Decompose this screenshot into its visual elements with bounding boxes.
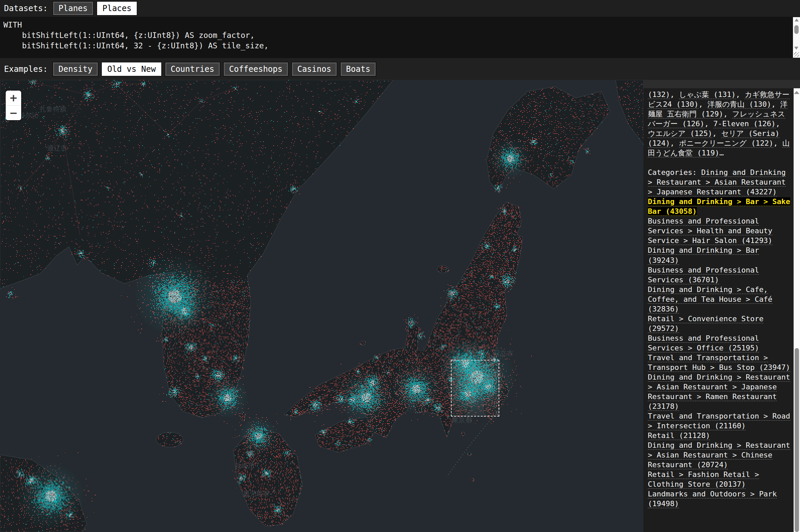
category-link[interactable]: Travel and Transportation > Road > Inter…	[648, 412, 790, 430]
category-row: Retail (21128)	[648, 431, 792, 440]
map-place-label: 長崎市	[235, 461, 255, 471]
scroll-up-icon[interactable]	[794, 91, 799, 94]
category-row: Business and Professional Services (3670…	[648, 265, 792, 285]
category-link[interactable]: Dining and Drinking > Bar (39243)	[648, 246, 759, 265]
sql-editor[interactable]: WITH bitShiftLeft(1::UInt64, {z:UInt8}) …	[0, 17, 800, 58]
category-link[interactable]: Retail (21128)	[648, 431, 710, 440]
category-link[interactable]: Dining and Drinking > Restaurant > Asian…	[648, 441, 790, 469]
category-row: Dining and Drinking > Cafe, Coffee, and …	[648, 285, 792, 314]
category-link[interactable]: Retail > Fashion Retail > Clothing Store…	[648, 470, 759, 489]
map-container[interactable]: 日立市東京都長崎市鹿児島市扎鲁特旗科尔沁通辽市 + −	[0, 80, 643, 532]
example-button-boats[interactable]: Boats	[341, 62, 376, 76]
example-button-old-vs-new[interactable]: Old vs New	[102, 62, 161, 76]
category-link[interactable]: Dining and Drinking > Restaurant > Asian…	[648, 373, 790, 411]
datasets-bar: Datasets: PlanesPlaces	[0, 0, 800, 17]
brands-list: (132), しゃぶ葉 (131), カギ救急サービス24 (130), 洋服の…	[648, 90, 792, 158]
category-link[interactable]: Retail > Convenience Store (29572)	[648, 315, 763, 333]
brand-link[interactable]: ポニークリーニング (122)	[679, 139, 774, 148]
map-place-label: 東京都	[452, 416, 472, 424]
editor-scrollbar[interactable]	[793, 17, 800, 51]
brand-link[interactable]: ウエルシア (125)	[648, 129, 712, 138]
dataset-button-places[interactable]: Places	[97, 2, 137, 15]
map-place-label: 日立市	[493, 349, 513, 358]
zoom-in-button[interactable]: +	[6, 91, 21, 106]
category-row: Dining and Drinking > Restaurant > Asian…	[648, 440, 792, 470]
zoom-out-button[interactable]: −	[6, 106, 21, 120]
category-row: Business and Professional Services > Hea…	[648, 216, 792, 245]
brand-link[interactable]: 7-Eleven (126)	[713, 119, 776, 128]
map-place-label: 扎鲁特旗	[40, 105, 67, 114]
scroll-up-icon[interactable]	[795, 18, 799, 21]
categories-label: Categories:	[648, 168, 701, 176]
example-button-coffeeshops[interactable]: Coffeeshops	[224, 62, 288, 76]
brand-link[interactable]: しゃぶ葉 (131)	[679, 90, 736, 99]
status-bar: Processed 4.04 million rows, 42.32 MiB	[643, 80, 800, 88]
categories-list: Categories: Dining and Drinking > Restau…	[648, 168, 792, 509]
brand-link[interactable]: (132)	[648, 90, 670, 99]
category-link[interactable]: Business and Professional Services > Hea…	[648, 217, 772, 245]
example-buttons: DensityOld vs NewCountriesCoffeeshopsCas…	[53, 62, 380, 76]
category-row: Dining and Drinking > Bar > Sake Bar (43…	[648, 197, 792, 216]
category-row: Landmarks and Outdoors > Park (19498)	[648, 489, 792, 509]
sidebar-scrollbar[interactable]	[794, 88, 800, 532]
example-button-density[interactable]: Density	[53, 62, 98, 76]
results-sidebar: (132), しゃぶ葉 (131), カギ救急サービス24 (130), 洋服の…	[643, 88, 794, 532]
category-link[interactable]: Landmarks and Outdoors > Park (19498)	[648, 490, 777, 508]
datasets-label: Datasets:	[4, 4, 48, 13]
scroll-down-icon[interactable]	[794, 47, 798, 50]
category-row: Dining and Drinking > Restaurant > Asian…	[648, 372, 792, 411]
category-link[interactable]: Dining and Drinking > Cafe, Coffee, and …	[648, 285, 772, 314]
category-row: Business and Professional Services > Off…	[648, 333, 792, 353]
example-button-casinos[interactable]: Casinos	[292, 62, 337, 76]
brand-link[interactable]: 洋服の青山 (130)	[708, 100, 771, 109]
category-row: Dining and Drinking > Bar (39243)	[648, 245, 792, 265]
category-row: Retail > Convenience Store (29572)	[648, 314, 792, 333]
category-link[interactable]: Business and Professional Services (3670…	[648, 266, 759, 284]
examples-bar: Examples: DensityOld vs NewCountriesCoff…	[0, 58, 800, 80]
category-link[interactable]: Travel and Transportation > Transport Hu…	[648, 354, 790, 372]
sql-code[interactable]: WITH bitShiftLeft(1::UInt64, {z:UInt8}) …	[0, 17, 800, 51]
map-place-label: 科尔沁	[18, 111, 39, 120]
sidebar-scrollbar-thumb[interactable]	[795, 348, 799, 532]
map-place-label: 鹿児島市	[242, 489, 270, 498]
map-canvas[interactable]	[0, 80, 643, 532]
category-row: Travel and Transportation > Transport Hu…	[648, 353, 792, 372]
examples-label: Examples:	[4, 64, 48, 74]
category-row: Retail > Fashion Retail > Clothing Store…	[648, 470, 792, 489]
category-row: Categories: Dining and Drinking > Restau…	[648, 168, 792, 197]
resize-grip-icon[interactable]	[793, 51, 800, 58]
category-link-highlighted[interactable]: Dining and Drinking > Bar > Sake Bar (43…	[648, 197, 790, 216]
map-zoom-controls: + −	[6, 91, 21, 120]
category-row: Travel and Transportation > Road > Inter…	[648, 411, 792, 431]
map-place-label: 通辽市	[47, 144, 67, 153]
selection-rectangle	[451, 360, 499, 417]
example-button-countries[interactable]: Countries	[165, 62, 220, 76]
editor-scrollbar-thumb[interactable]	[794, 25, 799, 34]
dataset-button-planes[interactable]: Planes	[53, 2, 93, 15]
dataset-buttons: PlanesPlaces	[53, 2, 141, 15]
category-link[interactable]: Business and Professional Services > Off…	[648, 334, 759, 353]
